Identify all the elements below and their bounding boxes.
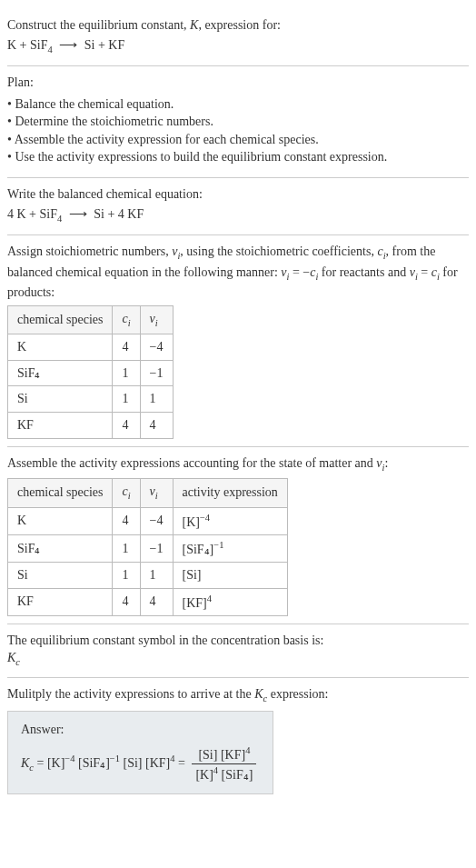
intro: Construct the equilibrium constant, K, e… — [7, 7, 469, 66]
intro-K: K — [190, 18, 198, 32]
symbol: The equilibrium constant symbol in the c… — [7, 624, 469, 678]
t2: [SiF₄] — [78, 756, 110, 770]
t: expression: — [267, 687, 328, 701]
answer-box: Answer: Kc = [K]−4 [SiF₄]−1 [Si] [KF]4 =… — [7, 711, 273, 793]
table-row: KF44[KF]4 — [8, 588, 288, 615]
stoich-text: Assign stoichiometric numbers, νi, using… — [7, 243, 469, 302]
unbalanced-equation: K + SiF4 ⟶ Si + KF — [7, 36, 469, 56]
e: −1 — [213, 540, 223, 550]
t4: [KF] — [145, 756, 170, 770]
den2: [SiF₄] — [218, 768, 253, 782]
multiply: Mulitply the activity expressions to arr… — [7, 678, 469, 802]
balanced-title: Write the balanced chemical equation: — [7, 185, 469, 204]
s: i — [155, 317, 158, 327]
table-row: K4−4 — [8, 334, 174, 361]
t1: [K] — [47, 756, 64, 770]
td: [SiF₄]−1 — [173, 534, 287, 562]
td: Si — [8, 563, 113, 589]
td: 4 — [113, 507, 140, 534]
t: , using the stoichiometric coefficients, — [180, 244, 377, 258]
ne: 4 — [245, 745, 250, 755]
arrow-icon: ⟶ — [59, 36, 77, 55]
td: K — [8, 507, 113, 534]
th: chemical species — [8, 305, 113, 334]
plan: Plan: Balance the chemical equation. Det… — [7, 66, 469, 178]
t: : — [384, 456, 388, 470]
td: [KF]4 — [173, 588, 287, 615]
th: activity expression — [173, 479, 287, 507]
td: Si — [8, 386, 113, 413]
td: 4 — [140, 588, 173, 615]
t: for reactants and — [318, 265, 409, 279]
balanced-equation: 4 K + SiF4 ⟶ Si + 4 KF — [7, 205, 469, 225]
balanced: Write the balanced chemical equation: 4 … — [7, 178, 469, 235]
td: 1 — [113, 534, 140, 562]
td: 4 — [113, 334, 140, 361]
e2: −1 — [110, 753, 120, 763]
th: νi — [140, 479, 173, 507]
activity-title: Assemble the activity expressions accoun… — [7, 454, 469, 474]
num: [Si] [KF] — [198, 748, 245, 762]
eq-right: Si + KF — [84, 38, 124, 52]
equals: = — [37, 756, 47, 770]
table-row: Si11 — [8, 386, 174, 413]
activity-table: chemical species ci νi activity expressi… — [7, 478, 288, 616]
td: 1 — [113, 360, 140, 386]
sub: c — [15, 657, 20, 667]
table-row: SiF₄1−1 — [8, 360, 174, 386]
bal-right: Si + 4 KF — [94, 207, 144, 221]
den: [K] — [195, 768, 213, 782]
td: [Si] — [173, 563, 287, 589]
symbol-text: The equilibrium constant symbol in the c… — [7, 632, 469, 650]
td: −4 — [140, 507, 173, 534]
table-row: K4−4[K]−4 — [8, 507, 288, 534]
th: chemical species — [8, 479, 113, 507]
s: i — [128, 317, 131, 327]
td: KF — [8, 412, 113, 438]
td: −1 — [140, 360, 173, 386]
b: [SiF₄] — [183, 542, 214, 555]
intro-text: Construct the equilibrium constant, — [7, 18, 190, 32]
bal-sub: 4 — [57, 213, 62, 223]
activity: Assemble the activity expressions accoun… — [7, 447, 469, 624]
td: 1 — [113, 563, 140, 589]
table-row: KF44 — [8, 412, 174, 438]
th: ci — [113, 479, 140, 507]
equals: = — [178, 756, 188, 770]
e4: 4 — [170, 753, 174, 763]
plan-title: Plan: — [7, 74, 469, 92]
td: 1 — [113, 386, 140, 413]
t: Assign stoichiometric numbers, — [7, 244, 172, 258]
s: i — [155, 491, 158, 501]
bal-left: 4 K + SiF — [7, 207, 57, 221]
kc: K — [254, 687, 263, 701]
th: νi — [140, 305, 173, 334]
b: [K] — [183, 514, 200, 528]
fraction: [Si] [KF]4 [K]4 [SiF₄] — [192, 744, 256, 784]
td: K — [8, 334, 113, 361]
k: K — [21, 756, 29, 770]
b: [Si] — [183, 568, 202, 582]
stoich-table: chemical species ci νi K4−4 SiF₄1−1 Si11… — [7, 305, 174, 439]
answer-label: Answer: — [21, 721, 260, 739]
e: −4 — [200, 513, 210, 523]
plan-item: Assemble the activity expression for eac… — [7, 131, 469, 149]
td: −4 — [140, 334, 173, 361]
td: 1 — [140, 563, 173, 589]
td: SiF₄ — [8, 360, 113, 386]
table-row: Si11[Si] — [8, 563, 288, 589]
td: 4 — [140, 412, 173, 438]
kc: K — [7, 651, 15, 664]
b: [KF] — [183, 595, 207, 609]
answer-equation: Kc = [K]−4 [SiF₄]−1 [Si] [KF]4 = [Si] [K… — [21, 744, 260, 784]
stoich: Assign stoichiometric numbers, νi, using… — [7, 235, 469, 446]
plan-item: Use the activity expressions to build th… — [7, 148, 469, 166]
td: 1 — [140, 386, 173, 413]
eq-sub: 4 — [47, 44, 52, 54]
plan-item: Balance the chemical equation. — [7, 95, 469, 114]
td: KF — [8, 588, 113, 615]
t: = — [418, 265, 431, 279]
td: [K]−4 — [173, 507, 287, 534]
td: SiF₄ — [8, 534, 113, 562]
s: i — [128, 491, 131, 501]
